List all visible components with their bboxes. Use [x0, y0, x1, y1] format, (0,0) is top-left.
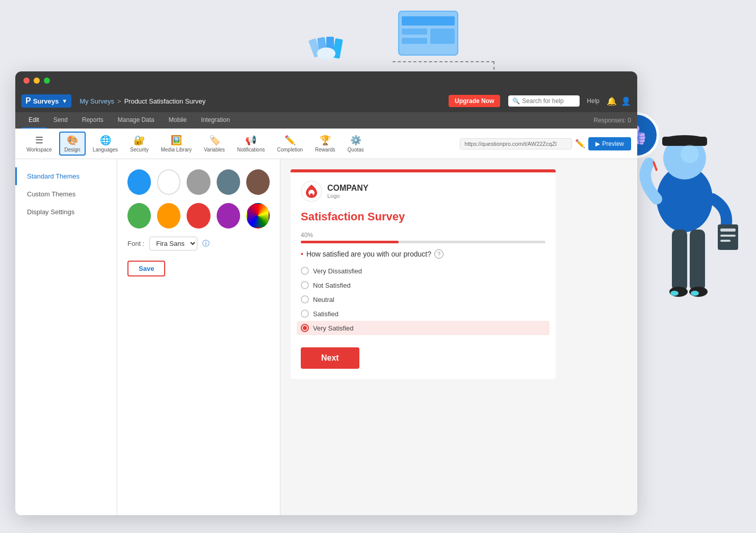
sidebar: Standard Themes Custom Themes Display Se…: [15, 159, 117, 515]
color-blue[interactable]: [127, 169, 151, 195]
breadcrumb-current: Product Satisfaction Survey: [124, 97, 206, 105]
window-decoration: [398, 10, 459, 58]
option-satisfied[interactable]: Satisfied: [301, 307, 545, 321]
color-red[interactable]: [187, 203, 210, 229]
breadcrumb-home[interactable]: My Surveys: [80, 97, 114, 105]
search-box[interactable]: 🔍: [508, 95, 580, 107]
tool-languages[interactable]: 🌐 Languages: [88, 132, 123, 156]
color-rainbow[interactable]: [246, 203, 270, 229]
media-label: Media Library: [161, 147, 192, 153]
survey-card: COMPANY Logo Satisfaction Survey 40% • H…: [291, 169, 556, 379]
svg-rect-22: [672, 230, 687, 291]
svg-rect-23: [690, 230, 705, 291]
main-content: Standard Themes Custom Themes Display Se…: [15, 159, 637, 515]
languages-label: Languages: [93, 147, 118, 153]
option-not-satisfied[interactable]: Not Satisfied: [301, 278, 545, 292]
bell-icon[interactable]: 🔔: [607, 96, 617, 106]
company-name: COMPANY: [327, 184, 369, 192]
svg-point-12: [310, 193, 313, 196]
tab-integration[interactable]: Integration: [194, 112, 237, 129]
person-illustration: [623, 97, 746, 454]
color-orange[interactable]: [157, 203, 180, 229]
quotas-icon: ⚙️: [350, 135, 361, 146]
breadcrumb-separator: >: [117, 97, 121, 105]
company-logo-svg: [301, 181, 322, 202]
design-icon: 🎨: [67, 135, 78, 146]
svg-rect-19: [720, 229, 736, 232]
variables-icon: 🏷️: [209, 135, 220, 146]
survey-preview: COMPANY Logo Satisfaction Survey 40% • H…: [280, 159, 637, 515]
tab-mobile[interactable]: Mobile: [162, 112, 194, 129]
font-select[interactable]: Fira Sans: [149, 237, 197, 250]
svg-rect-8: [402, 38, 427, 44]
color-white[interactable]: [157, 169, 180, 195]
option-very-dissatisfied[interactable]: Very Dissatisfied: [301, 264, 545, 278]
edit-url-icon[interactable]: ✏️: [575, 139, 585, 148]
dashed-line-h: [393, 61, 494, 62]
tab-reports[interactable]: Reports: [75, 112, 111, 129]
title-bar: [15, 71, 637, 90]
tool-media[interactable]: 🖼️ Media Library: [155, 132, 197, 156]
tool-workspace[interactable]: ☰ Workspace: [21, 132, 57, 156]
info-icon[interactable]: ⓘ: [202, 239, 210, 248]
sidebar-item-standard-themes[interactable]: Standard Themes: [15, 167, 117, 185]
tab-manage-data[interactable]: Manage Data: [111, 112, 162, 129]
font-row: Font : Fira Sans ⓘ: [127, 237, 270, 250]
url-bar: ✏️ ▶ Preview: [460, 137, 631, 150]
tool-quotas[interactable]: ⚙️ Quotas: [343, 132, 369, 156]
brand-dropdown-icon: ▼: [62, 98, 67, 104]
search-icon: 🔍: [512, 97, 520, 105]
question-area: • How satisfied are you with our product…: [291, 249, 556, 341]
radio-neutral: [301, 295, 309, 303]
rewards-icon: 🏆: [320, 135, 331, 146]
tool-security[interactable]: 🔐 Security: [125, 132, 153, 156]
required-star: •: [301, 250, 303, 258]
variables-label: Variables: [204, 147, 225, 153]
color-row-2: [127, 203, 270, 229]
tab-edit[interactable]: Edit: [21, 112, 46, 129]
security-label: Security: [130, 147, 148, 153]
survey-title: Satisfaction Survey: [291, 206, 556, 232]
color-gray[interactable]: [187, 169, 210, 195]
svg-rect-21: [720, 240, 731, 242]
tab-send[interactable]: Send: [46, 112, 75, 129]
tool-design[interactable]: 🎨 Design: [59, 132, 86, 156]
question-label: How satisfied are you with our product?: [306, 250, 431, 258]
color-slate[interactable]: [217, 169, 240, 195]
color-purple[interactable]: [217, 203, 240, 229]
color-brown[interactable]: [246, 169, 270, 195]
next-button[interactable]: Next: [301, 347, 359, 369]
preview-icon: ▶: [595, 140, 600, 147]
security-icon: 🔐: [134, 135, 145, 146]
search-input[interactable]: [522, 97, 573, 105]
workspace-label: Workspace: [27, 147, 52, 153]
color-green[interactable]: [127, 203, 151, 229]
option-neutral[interactable]: Neutral: [301, 292, 545, 307]
progress-bar-bg: [301, 241, 545, 243]
second-nav: Edit Send Reports Manage Data Mobile Int…: [15, 112, 637, 129]
completion-icon: ✏️: [284, 135, 296, 146]
url-input[interactable]: [460, 138, 572, 149]
svg-rect-7: [402, 29, 427, 35]
svg-point-26: [670, 291, 679, 296]
tool-variables[interactable]: 🏷️ Variables: [199, 132, 230, 156]
save-button[interactable]: Save: [127, 261, 165, 276]
survey-logo-area: COMPANY Logo: [291, 172, 556, 206]
upgrade-button[interactable]: Upgrade Now: [449, 95, 500, 107]
brand-p: P: [25, 96, 31, 106]
tool-completion[interactable]: ✏️ Completion: [272, 132, 308, 156]
radio-very-dissatisfied: [301, 267, 309, 275]
radio-satisfied: [301, 310, 309, 318]
option-very-satisfied[interactable]: Very Satisfied: [297, 321, 550, 335]
company-sub: Logo: [327, 193, 369, 199]
svg-rect-6: [402, 16, 455, 26]
brand-logo[interactable]: P Surveys ▼: [21, 94, 71, 108]
color-panel: Font : Fira Sans ⓘ Save: [117, 159, 280, 515]
svg-rect-9: [430, 29, 455, 44]
notifications-icon: 📢: [245, 135, 256, 146]
tool-notifications[interactable]: 📢 Notifications: [232, 132, 270, 156]
sidebar-item-custom-themes[interactable]: Custom Themes: [15, 185, 117, 203]
sidebar-item-display-settings[interactable]: Display Settings: [15, 203, 117, 221]
brand-surveys: Surveys: [33, 97, 59, 105]
tool-rewards[interactable]: 🏆 Rewards: [310, 132, 340, 156]
